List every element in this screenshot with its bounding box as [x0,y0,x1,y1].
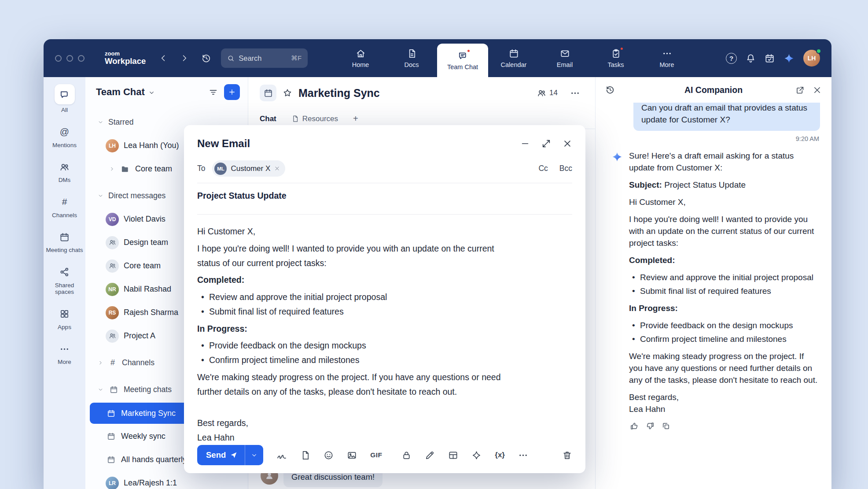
tab-email[interactable]: Email [539,39,590,77]
minimize-icon[interactable] [520,139,530,148]
tab-home[interactable]: Home [335,39,386,77]
new-chat-button[interactable] [224,84,240,100]
tab-label: More [659,61,674,68]
zoom-workplace-logo: zoom Workplace [105,51,146,66]
copy-icon[interactable] [662,422,670,430]
rail-item-apps[interactable]: Apps [46,307,84,331]
tab-calendar[interactable]: Calendar [488,39,539,77]
layout-template-icon[interactable] [448,450,458,460]
section-label: Channels [122,358,154,367]
calendar-icon [509,48,519,59]
minimize-window-control[interactable] [66,55,73,62]
email-body-editor[interactable]: Hi Customer X, I hope you're doing well!… [197,215,519,445]
lock-icon[interactable] [401,450,412,460]
email-toolbar: Send GIF {x} [197,445,572,465]
bcc-button[interactable]: Bcc [559,164,572,173]
forward-button[interactable] [180,54,189,63]
thumbs-up-icon[interactable] [630,422,639,430]
subject-label: Subject: [629,180,662,189]
star-icon[interactable] [283,88,292,98]
tab-label: Home [352,61,369,68]
member-count[interactable]: 14 [537,89,558,98]
rail-item-dms[interactable]: DMs [46,159,84,184]
tasks-icon [611,48,621,59]
rail-item-all[interactable]: All [46,84,84,114]
message-timestamp: 9:20 AM [612,135,819,142]
more-dots-icon [57,341,72,356]
toolbar-more-icon[interactable] [518,450,528,460]
tasks-badge [620,47,624,51]
notifications-bell-icon[interactable] [746,53,756,63]
rail-item-channels[interactable]: # Channels [46,195,84,219]
ai-in-progress-item: Confirm project timeline and milestones [629,333,818,345]
sidebar-item-lea-rajesh[interactable]: LR Lea/Rajesh 1:1 [85,471,248,489]
account-initials: LH [808,55,816,62]
close-window-control[interactable] [55,55,62,62]
rail-item-mentions[interactable]: @ Mentions [46,125,84,149]
help-icon[interactable]: ? [726,53,737,64]
open-in-new-icon[interactable] [795,85,805,95]
chevron-down-icon[interactable] [148,89,155,96]
account-avatar[interactable]: LH [803,50,820,67]
ai-sparkle-icon [611,151,623,430]
subject-field[interactable]: Project Status Update [197,183,572,208]
cc-button[interactable]: Cc [538,164,548,173]
thumbs-down-icon[interactable] [646,422,655,430]
signature-icon[interactable] [276,450,287,460]
zoom-window-control[interactable] [78,55,85,62]
expand-icon[interactable] [541,139,551,148]
section-label: Direct messages [108,191,166,200]
modal-title: New Email [197,137,250,150]
logo-zoom-text: zoom [105,51,146,57]
tab-team-chat[interactable]: Team Chat [437,44,488,77]
rail-item-meeting-chats[interactable]: Meeting chats [46,230,84,254]
send-button[interactable]: Send [197,445,245,465]
search-icon [227,55,235,62]
subject-value: Project Status Update [664,180,746,189]
filter-icon[interactable] [209,88,218,97]
email-completed-item: Review and approve the initial project p… [197,290,519,304]
folder-icon [120,165,130,174]
rail-label: Channels [52,212,77,219]
template-doc-icon[interactable] [300,450,310,460]
image-icon[interactable] [347,450,357,460]
ai-sparkle-tool-icon[interactable] [471,450,482,460]
history-icon[interactable] [201,53,211,63]
ai-history-icon[interactable] [605,85,615,95]
tab-docs[interactable]: Docs [386,39,437,77]
send-options-button[interactable] [245,445,263,465]
channel-calendar-badge [260,85,276,101]
variables-button[interactable]: {x} [495,451,505,459]
search-input[interactable]: Search ⌘F [221,48,308,68]
avatar: LH [106,139,119,152]
trash-icon[interactable] [562,450,572,460]
chevron-right-icon [109,166,115,172]
item-label: Nabil Rashad [124,285,171,294]
section-label: Starred [108,118,133,127]
search-placeholder: Search [239,54,261,63]
channel-more-icon[interactable] [570,88,580,98]
close-icon[interactable] [563,139,572,148]
tab-tasks[interactable]: Tasks [590,39,641,77]
calendar-check-icon[interactable] [765,53,775,63]
tab-more[interactable]: More [641,39,692,77]
ai-intro: Sure! Here's a draft email asking for a … [629,150,818,174]
group-avatar-icon [106,236,119,249]
back-button[interactable] [159,54,168,63]
close-icon[interactable] [813,85,822,95]
recipient-avatar: ML [214,163,227,175]
emoji-icon[interactable] [324,450,334,460]
email-completed-item: Submit final list of required features [197,304,519,319]
email-intro: I hope you're doing well! I wanted to pr… [197,241,519,270]
ai-regards: Best regards, [629,392,818,404]
rail-item-more[interactable]: More [46,341,84,366]
recipient-chip[interactable]: ML Customer X [212,160,285,177]
edit-pencil-icon[interactable] [425,450,435,460]
item-label: All hands quarterly [121,455,187,464]
remove-recipient-icon[interactable] [274,166,280,171]
ai-companion-sparkle-icon[interactable] [783,53,794,64]
gif-button[interactable]: GIF [370,451,382,459]
ai-closing: We're making steady progress on the proj… [629,351,818,386]
rail-item-shared-spaces[interactable]: Shared spaces [46,265,84,296]
ai-panel-title: AI Companion [684,85,743,95]
